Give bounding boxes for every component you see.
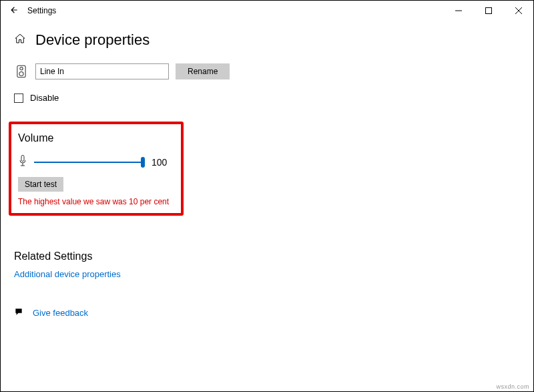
maximize-button[interactable] [473,1,503,20]
disable-label: Disable [30,93,59,103]
minimize-icon [455,7,462,14]
back-button[interactable] [6,5,22,17]
svg-rect-7 [21,156,24,162]
svg-point-6 [19,71,23,75]
titlebar: Settings [1,1,533,21]
watermark: wsxdn.com [496,383,529,390]
window-controls [443,1,533,20]
feedback-icon [14,307,23,319]
rename-button[interactable]: Rename [176,63,230,79]
related-settings-title: Related Settings [14,250,520,262]
svg-point-5 [20,67,23,69]
close-icon [515,7,522,14]
window-title: Settings [22,6,56,15]
device-name-row: Rename [14,63,520,79]
give-feedback-link[interactable]: Give feedback [33,308,88,318]
minimize-button[interactable] [443,1,473,20]
maximize-icon [485,7,492,14]
volume-slider-thumb[interactable] [141,157,145,168]
microphone-icon [18,155,27,169]
page-header: Device properties [14,31,520,49]
volume-title: Volume [18,132,172,144]
volume-slider[interactable] [34,162,141,163]
page-title: Device properties [35,31,150,49]
arrow-left-icon [9,5,19,15]
related-settings-section: Related Settings Additional device prope… [14,250,520,279]
device-icon [14,64,29,79]
volume-section-highlight: Volume 100 Start test The highest value … [9,122,184,216]
additional-device-properties-link[interactable]: Additional device properties [14,269,520,279]
feedback-row: Give feedback [14,307,520,319]
test-status-text: The highest value we saw was 10 per cent [18,197,172,206]
disable-checkbox[interactable] [14,93,23,103]
home-icon[interactable] [14,33,26,47]
svg-rect-1 [485,8,491,14]
close-button[interactable] [503,1,533,20]
volume-value: 100 [152,157,167,168]
volume-row: 100 [18,155,172,169]
start-test-button[interactable]: Start test [18,177,63,192]
device-name-input[interactable] [35,63,169,79]
disable-row: Disable [14,93,520,103]
